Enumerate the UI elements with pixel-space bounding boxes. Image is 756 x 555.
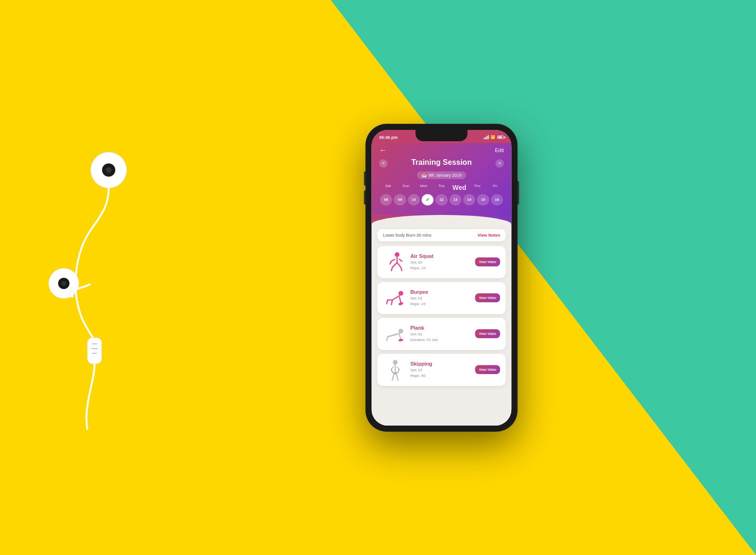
svg-point-17	[398, 338, 404, 342]
back-button[interactable]: ←	[379, 146, 387, 154]
phone-notch	[415, 130, 467, 141]
date-circles: 08 09 10 ✓ 12 13 14 15 16	[379, 194, 504, 205]
skipping-reps: Reps: 50	[410, 373, 470, 378]
day-sat: Sat	[379, 184, 397, 191]
plank-info: Plank Set: 02 Duration: 01 min	[410, 325, 470, 342]
date-08[interactable]: 08	[380, 194, 392, 205]
day-mon: Mon	[415, 184, 433, 191]
skipping-name: Skipping	[410, 361, 470, 367]
date-11-selected[interactable]: ✓	[421, 194, 433, 205]
prev-button[interactable]: <	[379, 159, 387, 168]
exercise-card-plank: Plank Set: 02 Duration: 01 min View Vide…	[377, 318, 506, 350]
view-notes-button[interactable]: View Notes	[478, 233, 500, 238]
svg-point-9	[61, 281, 66, 286]
skipping-illustration	[383, 359, 405, 381]
svg-point-13	[395, 252, 399, 257]
svg-rect-10	[70, 287, 74, 298]
status-icons: 📶	[483, 135, 504, 139]
skipping-video-button[interactable]: View Video	[475, 365, 500, 374]
session-label: Lower body Burn-30 mins	[383, 233, 431, 238]
skipping-set: Set: 02	[410, 367, 470, 373]
wave-separator	[371, 215, 511, 224]
air-squat-info: Air Squat Set: 02 Reps: 15	[410, 253, 470, 270]
air-squat-illustration	[383, 251, 405, 273]
next-button[interactable]: >	[495, 159, 504, 168]
date-badge: 📅 8th January 2019	[417, 171, 466, 179]
day-sun: Sun	[397, 184, 415, 191]
date-16[interactable]: 16	[491, 194, 503, 205]
exercise-card-air-squat: Air Squat Set: 02 Reps: 15 View Video	[377, 246, 506, 278]
exercise-card-burpee: Burpee Set: 02 Reps: 15 View Video	[377, 282, 506, 314]
date-14[interactable]: 14	[463, 194, 475, 205]
plank-name: Plank	[410, 325, 470, 331]
power-button	[517, 181, 519, 205]
day-tus: Tus	[433, 184, 451, 191]
day-wed: Wed	[450, 184, 468, 191]
check-icon: ✓	[426, 197, 430, 202]
svg-point-18	[393, 360, 397, 365]
phone-screen: 05:45 pm 📶 ←	[371, 130, 511, 426]
phone-wrapper: 05:45 pm 📶 ←	[366, 124, 517, 431]
date-09[interactable]: 09	[394, 194, 406, 205]
plank-set: Set: 02	[410, 332, 470, 337]
burpee-reps: Reps: 15	[410, 301, 470, 307]
burpee-illustration	[383, 287, 405, 309]
burpee-set: Set: 02	[410, 296, 470, 301]
burpee-video-button[interactable]: View Video	[475, 293, 500, 302]
edit-button[interactable]: Edit	[495, 147, 504, 153]
app-header: ← Edit < Training Session > 📅 8th Januar…	[371, 143, 511, 215]
date-10[interactable]: 10	[408, 194, 420, 205]
plank-video-button[interactable]: View Video	[475, 329, 500, 338]
session-info-bar: Lower body Burn-30 mins View Notes	[377, 229, 506, 241]
svg-point-16	[398, 329, 403, 333]
exercise-card-skipping: Skipping Set: 02 Reps: 50 View Video	[377, 354, 506, 386]
skipping-info: Skipping Set: 02 Reps: 50	[410, 361, 470, 378]
date-13[interactable]: 13	[449, 194, 461, 205]
plank-duration: Duration: 01 min	[410, 337, 470, 342]
phone-frame: 05:45 pm 📶 ←	[366, 124, 517, 431]
status-time: 05:45 pm	[379, 135, 397, 140]
content-area: Lower body Burn-30 mins View Notes	[371, 224, 511, 426]
session-title: Training Session	[411, 158, 472, 167]
header-nav: ← Edit	[379, 146, 504, 154]
volume-down-button	[364, 190, 366, 205]
day-thu: Thu	[468, 184, 486, 191]
date-12[interactable]: 12	[436, 194, 447, 205]
air-squat-set: Set: 02	[410, 260, 470, 265]
day-fri: Fri	[486, 184, 504, 191]
svg-point-14	[398, 291, 403, 296]
volume-up-button	[364, 171, 366, 186]
earphones	[14, 76, 203, 430]
calendar-icon: 📅	[421, 173, 427, 178]
wifi-icon: 📶	[490, 135, 495, 139]
date-15[interactable]: 15	[477, 194, 489, 205]
burpee-name: Burpee	[410, 289, 470, 295]
date-text: 8th January 2019	[429, 173, 462, 178]
svg-rect-3	[87, 338, 102, 364]
air-squat-reps: Reps: 15	[410, 265, 470, 271]
plank-illustration	[383, 323, 405, 345]
burpee-info: Burpee Set: 02 Reps: 15	[410, 289, 470, 306]
battery-icon	[497, 136, 504, 139]
air-squat-video-button[interactable]: View Video	[475, 257, 500, 266]
signal-icon	[483, 136, 489, 139]
title-row: < Training Session >	[379, 158, 504, 169]
day-labels: Sat Sun Mon Tus Wed Thu Fri	[379, 184, 504, 191]
air-squat-name: Air Squat	[410, 253, 470, 259]
svg-point-2	[106, 167, 112, 173]
